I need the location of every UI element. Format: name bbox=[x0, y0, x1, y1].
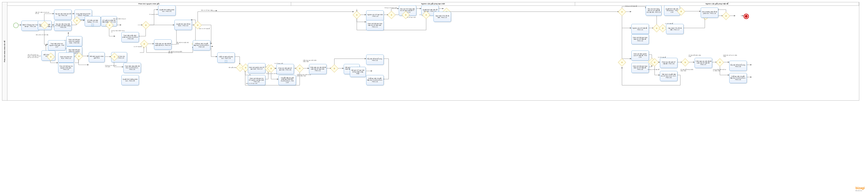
task[interactable]: Nghiên cứu GP tạm thời - PrM 2.10 bbox=[366, 10, 384, 21]
lanes-container: Phân tích nguyên nhân gốc Nghiên cứu giả… bbox=[7, 2, 859, 101]
edge-label: Không có tìm nguyên nhân gốc bbox=[105, 65, 119, 67]
task[interactable]: Quyết định hướng phân tích - PrM 2.41 bbox=[158, 5, 176, 16]
gateway-exclusive bbox=[330, 64, 338, 73]
edge-label: Cần hỗ trợ cần quy hoạch / thời hạn hỗ t… bbox=[28, 54, 42, 58]
edge-label: Có GP tạm thời bbox=[407, 17, 415, 18]
sequence-flows bbox=[7, 5, 859, 101]
task[interactable]: Thảo luận các vấn đề đề xuất của RCA - P… bbox=[154, 39, 172, 50]
subprocess[interactable]: QT khảo sát hiện trường - FO 1.01 bbox=[85, 16, 100, 26]
start-event bbox=[13, 23, 19, 28]
task[interactable]: Phân tích đề xuất GP triệt để - PrM 2.36 bbox=[660, 58, 678, 68]
edge-label: Giải pháp tạm thời được chấp nhận bbox=[303, 60, 317, 62]
edge-label: Không được lần thứ hai bị chấp nhận bbox=[713, 69, 727, 72]
task[interactable]: Giám sát thời gian thực hiện tìm GP triệ… bbox=[631, 34, 649, 44]
edge-label: Vẫn đề RCA không được đề xuất bbox=[168, 51, 183, 54]
task[interactable]: Thực hiện cấp phản đề theo OLA/HLA/SLA -… bbox=[123, 63, 141, 73]
task[interactable]: Tạo yêu cầu công việc FO khảo sát hiện t… bbox=[54, 21, 71, 31]
task[interactable]: Giám sát thời gian thực hiện tìm GP triệ… bbox=[631, 63, 649, 73]
gateway-parallel bbox=[618, 8, 626, 16]
edge-label: Cần giải pháp bbox=[228, 67, 236, 68]
task[interactable]: Giám sát phân tích RCA - PrM 2.22 bbox=[58, 53, 74, 63]
task[interactable]: Nghiên cứu GP triệt để - PrM 2.15 bbox=[631, 24, 649, 34]
task[interactable]: Giám sát việc nghiên cứu GP triệt để - P… bbox=[631, 51, 649, 61]
lane-headers: Phân tích nguyên nhân gốc Nghiên cứu giả… bbox=[7, 2, 859, 6]
task[interactable]: Giám sát nghiên cứu GP tạm thời - PrM 2.… bbox=[248, 63, 266, 74]
edge-label: Cần tìm GP triệt để bbox=[199, 28, 210, 29]
gateway-parallel bbox=[388, 11, 396, 19]
task[interactable]: Thảo luận các vấn đề đề xuất của GP triệ… bbox=[694, 58, 712, 68]
subprocess[interactable]: Kiểm tra kết quả phân tích - PrM 1.18 bbox=[217, 53, 235, 63]
lane-header: Nghiên cứu giải pháp triệt để bbox=[575, 2, 859, 5]
edge-label: Không có GP tạm thời bbox=[384, 7, 397, 8]
gateway-exclusive bbox=[659, 24, 667, 32]
task[interactable]: Giám sát thời gian thực hiện tìm GP tạm … bbox=[366, 20, 384, 30]
edge-label: GP triệt để được chấp nhận bbox=[688, 55, 703, 57]
task[interactable]: Khởi tạo việc chuyển tiếp theo OLA/HLA/S… bbox=[193, 40, 210, 51]
edge-label: Cần phân tích trực tiếp bbox=[36, 34, 48, 35]
task[interactable]: Báo cáo tình trạng việc tìm GP triệt để … bbox=[646, 5, 661, 16]
end-event bbox=[744, 14, 749, 19]
gateway-exclusive bbox=[296, 64, 304, 73]
task[interactable]: Kết luận nguyên nhân gốc RCA bbox=[89, 52, 105, 62]
task[interactable]: Giao phương việc hỗ trợ phân tích - PrM … bbox=[701, 7, 718, 18]
edge-label: Đề nghị được thông tin bbox=[113, 18, 126, 20]
gateway-exclusive bbox=[716, 58, 724, 66]
task[interactable]: Hủy cần hỗ trợ bổ sung - PrM 2.32 bbox=[366, 55, 384, 65]
task[interactable]: Đề nghị GP tạm thời không được chấp nhận bbox=[350, 67, 366, 77]
gateway-parallel bbox=[353, 11, 361, 19]
lane-header: Nghiên cứu giải pháp tạm thời bbox=[291, 2, 575, 5]
task[interactable]: Theo dõi thời hạn tìm nguyên nhân gốc - … bbox=[58, 63, 74, 73]
lane-header: Phân tích nguyên nhân gốc bbox=[7, 2, 291, 5]
edge-label: Cần tìm GP tạm thời bbox=[246, 83, 257, 84]
gateway-parallel bbox=[618, 58, 626, 66]
task[interactable]: Tiến hành chuyển tiếp tìm GP theo OLA / … bbox=[660, 71, 678, 81]
task[interactable]: Khởi tạo việc chuyển tiếp theo OLA/HLA/S… bbox=[729, 73, 747, 83]
task[interactable]: Quyết định cần hỗ trợ thêm - PrM 2.42 bbox=[175, 20, 192, 30]
task[interactable]: Quyết định hướng phân tích - PrM 2.26 bbox=[121, 75, 139, 85]
gateway-exclusive bbox=[722, 12, 730, 20]
edge-label: Không có GP triệt để bbox=[648, 69, 659, 70]
task[interactable]: Tạo yêu cầu nhân lực hỗ trợ - PrM 2.02 bbox=[54, 9, 71, 20]
task[interactable]: Cập nhật CTDL lỗi đã biết - PrM 2.17 bbox=[666, 24, 684, 34]
edge-label: Được lần thứ hai bị chấp nhận bbox=[723, 55, 738, 57]
edge-label: Không có GP triệt để bbox=[625, 5, 637, 7]
task[interactable]: Phân tích đề xuất GP tạm thời - PrM 2.30 bbox=[276, 64, 294, 74]
bpmn-canvas: Đặt PT ở trạng thái "Chờ hỗ trợ" - PrM 1… bbox=[7, 5, 859, 101]
task[interactable]: Thực hiện phản cấp / phản ánh theo OLA/H… bbox=[121, 32, 139, 42]
task[interactable]: Thảo luận các vấn đề đề xuất của GP tạm … bbox=[309, 64, 327, 74]
edge-label: Giải pháp tạm thời không được chấp nhận bbox=[297, 74, 311, 77]
gateway-exclusive bbox=[681, 58, 689, 66]
task[interactable]: Thực hiện phân tích nguyên nhân gốc - Pr… bbox=[48, 40, 65, 51]
edge-label: Cần tìm GP tạm thời bbox=[201, 9, 212, 11]
task[interactable]: Hủy cần hỗ trợ bổ sung - PrM 2.38 bbox=[729, 61, 747, 71]
pool-label-text: Phân tích nhân nhân tức đề bbox=[4, 40, 6, 62]
edge-label: GP triệt để không được chấp nhận bbox=[680, 69, 694, 72]
edge-label: Cần BO hoặc chuyên gia hỗ trợ bbox=[35, 12, 50, 14]
task[interactable]: Giám sát thời gian phân tích nguyên nhân… bbox=[66, 36, 82, 47]
task[interactable]: Khởi tạo việc chuyển tiếp theo OLA/HLA/S… bbox=[366, 75, 384, 85]
task[interactable]: Cập nhật CTDL lỗi đã biết - PrM 2.14 bbox=[433, 12, 451, 22]
bpmn-pool: Phân tích nhân nhân tức đề Phân tích ngu… bbox=[2, 2, 859, 101]
task[interactable]: Chuyển tiếp tìm giải pháp tạm thời theo … bbox=[278, 75, 296, 85]
edge-label: Vẫn đề RCA được đề xuất bbox=[177, 42, 191, 45]
task[interactable]: Đặt PT ở trạng thái "Chờ hỗ trợ" - PrM 1… bbox=[22, 21, 39, 31]
gateway-exclusive bbox=[142, 21, 150, 29]
pool-label: Phân tích nhân nhân tức đề bbox=[2, 2, 7, 101]
edge-label: Có GP triệt để bbox=[134, 46, 142, 47]
